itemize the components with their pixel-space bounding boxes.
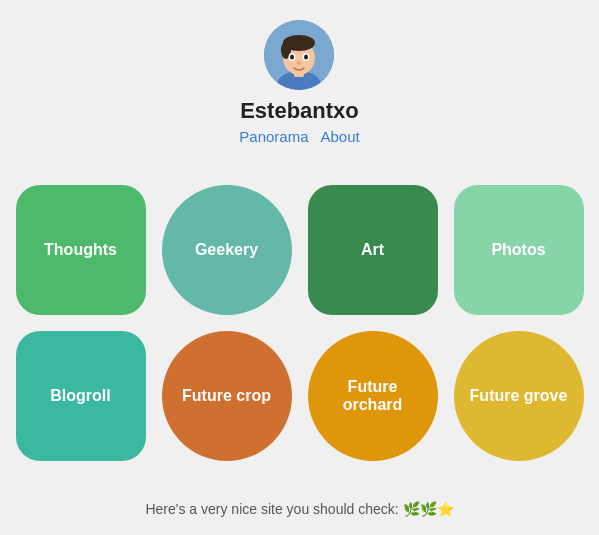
tile-geekery[interactable]: Geekery bbox=[162, 185, 292, 315]
tile-blogroll[interactable]: Blogroll bbox=[16, 331, 146, 461]
tile-future-orchard[interactable]: Future orchard bbox=[308, 331, 438, 461]
svg-point-7 bbox=[290, 55, 294, 60]
nav-links: Panorama About bbox=[239, 128, 359, 145]
footer-text: Here's a very nice site you should check… bbox=[145, 501, 453, 517]
tile-art[interactable]: Art bbox=[308, 185, 438, 315]
profile-section: Estebantxo Panorama About bbox=[239, 20, 359, 145]
tile-future-grove[interactable]: Future grove bbox=[454, 331, 584, 461]
username: Estebantxo bbox=[240, 98, 359, 124]
tile-thoughts[interactable]: Thoughts bbox=[16, 185, 146, 315]
nav-panorama[interactable]: Panorama bbox=[239, 128, 308, 145]
svg-point-10 bbox=[297, 61, 302, 65]
avatar bbox=[264, 20, 334, 90]
tile-photos[interactable]: Photos bbox=[454, 185, 584, 315]
svg-point-9 bbox=[304, 55, 308, 60]
nav-about[interactable]: About bbox=[321, 128, 360, 145]
tile-future-crop[interactable]: Future crop bbox=[162, 331, 292, 461]
tile-grid: ThoughtsGeekeryArtPhotosBlogrollFuture c… bbox=[16, 185, 584, 461]
